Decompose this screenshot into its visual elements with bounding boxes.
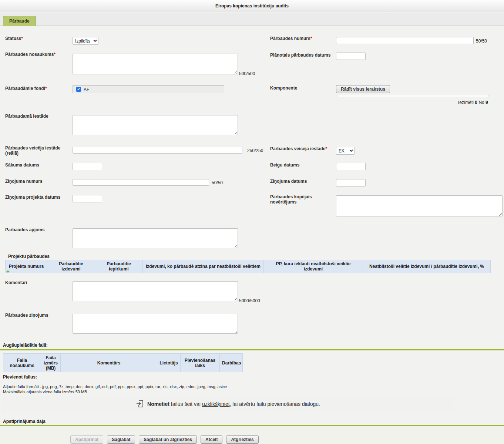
parbaudes-nosaukums-textarea[interactable] [73,54,238,74]
required-mark: * [54,52,56,57]
veiceja-iestade-reala-counter: 250/250 [247,148,263,153]
zinojuma-numurs-label: Ziņojuma numurs [5,179,43,184]
komponente-selection-info: Iezīmēti 0 No 9 [458,100,488,105]
required-mark: * [310,36,312,41]
return-button[interactable]: Atgriezties [226,435,258,444]
zinojuma-datums-input[interactable] [336,179,366,186]
save-button[interactable]: Saglabāt [107,435,135,444]
col-faila-izmers: Faila izmērs (MB) [41,354,61,372]
allowed-formats-text: Atļautie failu formāti -.jpg,.png,.7z,.b… [3,384,336,389]
tab-bar: Pārbaude [0,13,504,26]
parbaudes-numurs-label: Pārbaudes numurs* [270,36,312,41]
show-all-records-button[interactable]: Rādīt visus ierakstus [336,85,390,93]
parbaudes-numurs-input[interactable] [336,37,474,44]
sakuma-datums-label: Sākuma datums [5,162,39,168]
planotais-datums-input[interactable] [336,53,366,60]
col-pievienosanas-laiks: Pievienošanas laiks [181,354,220,372]
parbaudes-zinojums-textarea[interactable] [73,314,238,334]
max-size-text: Maksimālais atļautais viena faila izmērs… [3,389,336,394]
komentari-counter: 5000/5000 [239,298,260,303]
beigu-datums-input[interactable] [336,163,366,170]
required-mark: * [325,146,327,151]
zinojuma-datums-label: Ziņojuma datums [270,179,307,184]
files-table: Faila nosaukums Faila izmērs (MB) Koment… [3,353,243,372]
komponente-label: Komponente [270,85,297,91]
af-checkbox[interactable]: ✓ [76,87,81,92]
approve-button[interactable]: Apstiprināt [70,435,103,444]
cancel-button[interactable]: Atcelt [201,435,222,444]
required-mark: * [21,36,23,41]
parbaudama-iestade-label: Pārbaudamā iestāde [5,114,48,119]
parbaudes-apjoms-label: Pārbaudes apjoms [5,227,45,232]
save-and-return-button[interactable]: Saglabāt un atgriezties [139,435,197,444]
parbaudamie-fondi-label: Pārbaudāmie fondi* [5,86,47,91]
kopejais-novertejums-textarea[interactable] [336,195,503,216]
add-files-title: Pievienot failus: [3,374,37,380]
parbaudes-nosaukums-label: Pārbaudes nosaukums* [5,52,56,57]
tab-parbaude[interactable]: Pārbaude [3,16,36,26]
projektu-parbaudes-table: Projekta numurs Pārbaudītie izdevumi Pār… [5,260,491,273]
parbaudama-iestade-textarea[interactable] [73,115,238,135]
col-neatbilstosi-procenti: Neatbilstoši veiktie izdevumi / pārbaudī… [363,260,491,273]
required-mark: * [45,86,47,91]
komentari-label: Komentāri [5,280,27,285]
planotais-datums-label: Plānotais pārbaudes datums [270,53,330,58]
file-dropzone[interactable]: Nometiet failus šeit vai uzklikšķiniet, … [3,396,453,412]
af-checkbox-label: AF [84,87,89,92]
col-parbauditie-izdevumi: Pārbaudītie izdevumi [47,260,95,273]
komponente-scrollbar[interactable] [337,95,489,97]
statuss-select[interactable]: Izpildīts [73,37,98,45]
beigu-datums-label: Beigu datums [270,162,299,168]
sakuma-datums-input[interactable] [73,163,102,170]
col-parbauditie-iepirkumi: Pārbaudītie iepirkumi [95,260,143,273]
parbaudes-numurs-counter: 50/50 [476,38,487,44]
dropzone-text: Nometiet failus šeit vai uzklikšķiniet, … [147,401,320,407]
selected-count: 0 [475,100,477,105]
veiceja-iestade-reala-label: Pārbaudes veicēja iestāde (reālā) [5,145,68,156]
parbaudes-apjoms-textarea[interactable] [73,228,238,248]
open-file-dialog-link[interactable]: uzklikšķiniet [202,401,230,407]
footer-buttons: Apstiprināt Saglabāt Saglabāt un atgriez… [70,435,259,444]
zinojuma-numurs-input[interactable] [73,179,209,186]
veiceja-iestade-reala-input[interactable] [73,147,242,154]
projektu-parbaudes-title: Projektu pārbaudes [8,254,50,259]
col-komentars: Komentārs [61,354,157,372]
col-faila-nosaukums: Faila nosaukums [3,354,41,372]
audit-form-page: Eiropas kopienas institūciju audits Pārb… [0,0,504,444]
veiceja-iestade-select[interactable]: EK [336,147,355,155]
col-darbibas: Darbības [220,354,243,372]
window-header: Eiropas kopienas institūciju audits [0,0,504,12]
col-izdevumi-neatbilstosi: Izdevumi, ko pārbaudē atzina par neatbil… [143,260,264,273]
col-projekta-numurs: Projekta numurs [6,260,47,273]
zinojuma-projekta-datums-input[interactable] [73,195,102,202]
col-lietotajs: Lietotājs [157,354,181,372]
approval-section-title: Apstiprinājuma daļa [3,419,46,424]
zinojuma-numurs-counter: 50/50 [212,180,223,185]
page-title: Eiropas kopienas institūciju audits [0,0,504,12]
fondi-box: ✓ AF [73,85,224,93]
green-divider [0,349,504,350]
add-project-row-button[interactable]: + [6,269,10,274]
uploaded-files-title: Augšupielādētie faili: [3,343,48,348]
col-pp-ieklauti: PP, kurā iekļauti neatbilstoši veiktie i… [264,260,363,273]
veiceja-iestade-label: Pārbaudes veicēja iestāde* [270,146,327,151]
total-count: 9 [485,100,488,105]
green-divider [0,425,504,426]
komentari-textarea[interactable] [73,281,238,301]
parbaudes-nosaukums-counter: 500/500 [239,71,255,76]
kopejais-novertejums-label: Pārbaudes kopējais novērtējums [270,194,329,205]
statuss-label: Statuss* [5,36,23,41]
parbaudes-zinojums-label: Pārbaudes ziņojums [5,313,48,318]
zinojuma-projekta-datums-label: Ziņojuma projekta datums [5,195,68,200]
file-import-icon [136,400,144,409]
